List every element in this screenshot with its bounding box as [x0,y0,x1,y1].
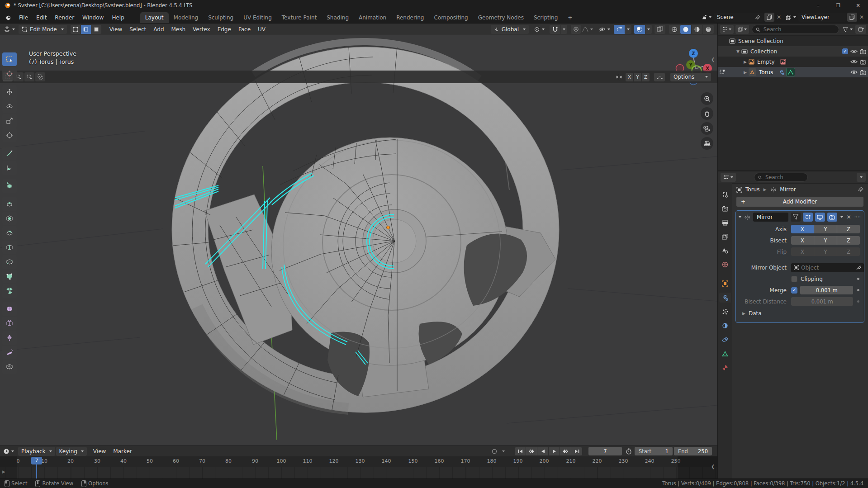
outliner-search[interactable] [752,25,839,34]
jump-to-end-button[interactable] [571,447,582,455]
tool-knife[interactable] [2,255,17,269]
axis-x-button[interactable]: X [791,225,814,233]
bisect-x-button[interactable]: X [791,236,814,245]
tool-extrude-region[interactable] [2,197,17,211]
tab-scripting[interactable]: Scripting [529,12,563,23]
maximize-button[interactable]: ❐ [828,0,848,11]
modifier-name-field[interactable]: Mirror [753,213,788,222]
tool-inset-faces[interactable] [2,212,17,225]
playhead-label[interactable]: 7 [31,457,42,464]
tool-bevel[interactable] [2,226,17,240]
modifier-extras-dropdown[interactable] [840,216,843,218]
pin-icon[interactable] [858,187,863,192]
outliner-filter-dropdown[interactable] [735,25,749,34]
gizmos-toggle[interactable] [614,25,625,34]
panel-expand-icon[interactable] [739,216,741,218]
tool-measure[interactable] [2,161,17,175]
tab-modifiers[interactable] [719,293,731,303]
editor-type-dropdown[interactable] [3,26,16,33]
breadcrumb-object[interactable]: Torus [745,186,759,193]
tool-loop-cut[interactable] [2,241,17,254]
tab-geometry-nodes[interactable]: Geometry Nodes [473,12,529,23]
unlink-scene-button[interactable]: ✕ [775,13,783,22]
axis-z-button[interactable]: Z [837,225,860,233]
tab-scene[interactable] [719,246,731,256]
properties-options-dropdown[interactable] [857,173,866,182]
merge-checkbox[interactable]: ✓ [791,287,797,294]
tool-transform[interactable] [2,128,17,142]
face-select-mode-button[interactable] [91,25,101,34]
add-workspace-button[interactable]: + [563,12,577,23]
bisect-distance-field[interactable]: 0.001 m [791,297,853,306]
tool-shear[interactable] [2,346,17,359]
overlays-dropdown[interactable] [645,25,652,34]
perspective-toggle-button[interactable] [701,137,713,150]
modifier-drag-handle[interactable]: ⁙⁙ [854,215,861,219]
tool-edge-slide[interactable] [2,317,17,330]
tab-particles[interactable] [719,307,731,317]
tool-move[interactable] [2,85,17,99]
playhead-line[interactable] [36,463,37,479]
animate-dot[interactable] [857,289,859,291]
mirror-object-field[interactable]: Object [791,263,864,272]
tab-view-layer[interactable] [719,232,731,242]
scene-name-field[interactable]: Scene [714,13,764,22]
edge-select-mode-button[interactable] [81,25,91,34]
disable-render-camera-icon[interactable] [860,59,866,65]
proportional-editing-toggle[interactable] [571,25,581,34]
new-viewlayer-button[interactable] [847,13,857,22]
pan-button[interactable] [701,107,713,120]
hide-eye-icon[interactable] [850,49,858,54]
timeline-ruler[interactable]: 010 2030 4050 6070 8090 100110 120130 14… [0,456,717,467]
select-mode-intersect-button[interactable] [35,72,45,81]
viewport-menu-mesh[interactable]: Mesh [168,24,190,34]
proportional-falloff-dropdown[interactable] [582,25,593,34]
next-keyframe-button[interactable] [560,447,571,455]
tool-cursor[interactable] [2,67,17,81]
region-collapse-icon[interactable]: ❮ [711,464,715,469]
pin-icon[interactable] [755,15,760,20]
eyedropper-icon[interactable] [856,265,861,270]
tab-rendering[interactable]: Rendering [391,12,429,23]
viewport-3d[interactable]: X Y Z Options User Perspective (7) Torus… [0,35,717,445]
play-button[interactable] [549,447,560,455]
timeline-view-menu[interactable]: View [90,446,109,456]
viewport-menu-vertex[interactable]: Vertex [189,24,214,34]
tab-compositing[interactable]: Compositing [429,12,473,23]
transform-orientation-dropdown[interactable]: Global [491,25,529,34]
zoom-button[interactable] [701,92,713,105]
new-scene-button[interactable] [764,13,774,22]
tool-poly-build[interactable] [2,270,17,283]
tool-options-dropdown[interactable]: Options [670,73,711,81]
gizmos-dropdown[interactable] [625,25,631,34]
outliner-filter-funnel-dropdown[interactable] [842,27,854,32]
outliner-row-empty[interactable]: ▶ Empty [718,57,868,67]
remove-viewlayer-button[interactable]: ✕ [858,13,865,22]
select-mode-subtract-button[interactable] [24,72,34,81]
tool-annotate[interactable] [2,147,17,160]
viewport-menu-add[interactable]: Add [150,24,167,34]
viewport-menu-view[interactable]: View [106,24,126,34]
clipping-checkbox[interactable] [791,276,797,282]
outliner-search-input[interactable] [763,26,835,33]
viewport-menu-face[interactable]: Face [235,24,254,34]
tab-sculpting[interactable]: Sculpting [203,12,238,23]
minimize-button[interactable]: – [808,0,828,11]
animate-dot[interactable] [857,300,859,303]
animate-dot[interactable] [857,278,859,280]
outliner-row-collection[interactable]: ▼ Collection ✓ [718,46,868,57]
vertex-select-mode-button[interactable] [71,25,81,34]
camera-view-button[interactable] [701,122,713,135]
modifier-editmode-toggle[interactable] [803,213,813,222]
region-collapse-icon[interactable]: ❮ [711,57,715,62]
mode-dropdown[interactable]: Edit Mode [19,25,67,34]
keying-menu[interactable]: Keying [56,447,87,456]
scene-browse-icon[interactable] [700,13,713,22]
properties-search-input[interactable] [764,174,803,181]
tab-layout[interactable]: Layout [140,12,169,23]
keying-dropdown[interactable] [502,450,505,452]
modifier-realtime-toggle[interactable] [815,213,825,222]
play-reverse-button[interactable] [537,447,548,455]
collection-checkbox[interactable]: ✓ [842,48,848,54]
data-subpanel-header[interactable]: ▶ Data [736,308,864,319]
